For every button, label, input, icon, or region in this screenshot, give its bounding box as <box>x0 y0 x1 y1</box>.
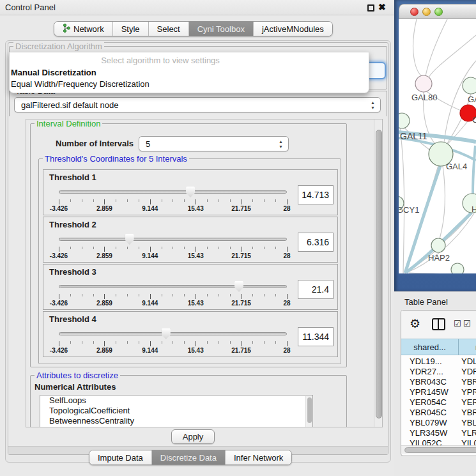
tab-label: Infer Network <box>234 453 283 463</box>
select-rows-icon[interactable]: ☑ <box>463 319 471 328</box>
node-label: GAL80 <box>411 93 437 102</box>
scrollbar-thumb[interactable] <box>404 447 476 453</box>
numerical-attributes-label: Numerical Attributes <box>35 382 116 392</box>
tab-style[interactable]: Style <box>113 22 149 36</box>
number-of-intervals-label: Number of Intervals <box>56 139 134 148</box>
threshold-value-field[interactable] <box>298 233 334 252</box>
popup-option-manual[interactable]: Manual Discretization <box>11 68 356 77</box>
algorithm-dropdown-popup: Select algorithm to view settings Manual… <box>9 52 369 93</box>
main-scrollbar-thumb[interactable] <box>376 130 382 418</box>
threshold-slider[interactable] <box>59 328 287 340</box>
list-item[interactable]: BetweennessCentrality <box>40 416 312 426</box>
table-row[interactable]: YBR043CYBR0 <box>401 377 476 387</box>
table-row[interactable]: YPR145WYPR1 <box>401 387 476 397</box>
list-item[interactable]: TopologicalCoefficient <box>40 406 312 416</box>
number-of-intervals-combo[interactable]: 5 ▲▼ <box>139 136 289 151</box>
slider-thumb[interactable] <box>234 281 243 292</box>
spinner-arrows-icon: ▲▼ <box>278 139 284 150</box>
select-columns-icon[interactable]: ☑ <box>454 319 461 328</box>
split-columns-icon[interactable] <box>432 318 445 330</box>
list-item[interactable]: SelfLoops <box>40 395 312 406</box>
threshold-value-field[interactable] <box>298 280 334 299</box>
popup-option-equal-width[interactable]: Equal Width/Frequency Discretization <box>11 79 356 89</box>
slider-track[interactable] <box>59 190 287 194</box>
network-canvas[interactable]: GAL80 GA GAL11 C GAL4 GCY1 H HAP2 <box>399 19 476 273</box>
node-label: H <box>472 204 476 214</box>
slider-ticks <box>59 341 288 346</box>
node-hap2[interactable] <box>431 238 445 252</box>
table-row[interactable]: YBL079WYBL0 <box>401 418 476 428</box>
close-traffic-light[interactable] <box>410 8 418 16</box>
network-graph[interactable]: GAL80 GA GAL11 C GAL4 GCY1 H HAP2 <box>399 19 476 273</box>
table-row[interactable]: YDR27...YDR2 <box>401 367 476 377</box>
table-row[interactable]: YER054CYER0 <box>401 397 476 408</box>
zoom-traffic-light[interactable] <box>434 8 443 16</box>
column-header-shared-name[interactable]: shared... <box>401 339 459 355</box>
slider-ticks <box>59 247 288 252</box>
column-header-name[interactable]: n <box>459 339 476 355</box>
tab-network[interactable]: Network <box>54 22 113 36</box>
tab-label: Cyni Toolbox <box>197 24 245 34</box>
slider-tick-labels: -3.426 2.859 9.144 15.43 21.715 28 <box>59 347 287 355</box>
table-data-combo[interactable]: galFiltered.sif default node ▲▼ <box>14 97 381 112</box>
threshold-slider[interactable] <box>59 234 287 245</box>
node-table: ⚙ ☑ ☑ shared... n YDL19...YDL1 YDR27...Y… <box>401 310 476 456</box>
slider-track[interactable] <box>59 332 287 335</box>
node-label: C <box>472 115 476 125</box>
group-title: Interval Definition <box>35 119 102 128</box>
tab-label: Discretize Data <box>160 453 217 463</box>
tab-impute-data[interactable]: Impute Data <box>89 450 152 464</box>
panel-title: Control Panel <box>5 3 56 12</box>
node-gal11[interactable] <box>399 113 410 128</box>
slider-track[interactable] <box>59 285 287 288</box>
network-window-titlebar[interactable] <box>399 4 476 19</box>
thresholds-group: Threshold's Coordinates for 5 Intervals … <box>38 158 341 364</box>
threshold-slider[interactable] <box>59 187 287 198</box>
tab-infer-network[interactable]: Infer Network <box>226 450 291 464</box>
spinner-arrows-icon: ▲▼ <box>370 100 376 111</box>
slider-thumb[interactable] <box>186 187 195 197</box>
threshold-label: Threshold 2 <box>49 220 96 229</box>
combo-value: galFiltered.sif default node <box>21 100 118 110</box>
tab-select[interactable]: Select <box>149 22 189 36</box>
threshold-label: Threshold 1 <box>49 173 96 182</box>
node-label: HAP2 <box>428 253 450 263</box>
gear-icon[interactable]: ⚙ <box>410 316 420 331</box>
main-scrollbar-track[interactable] <box>374 119 383 427</box>
group-title: Threshold's Coordinates for 5 Intervals <box>43 154 189 164</box>
table-header-row: shared... n <box>401 339 476 355</box>
table-toolbar: ⚙ ☑ ☑ <box>401 311 476 339</box>
threshold-panel-1: Threshold 1 -3.426 2.859 9.144 15.43 <box>43 169 338 215</box>
list-scrollbar[interactable] <box>305 396 312 427</box>
node-gal80[interactable] <box>415 75 432 92</box>
node-label: GAL11 <box>400 131 427 141</box>
node[interactable] <box>463 77 476 94</box>
slider-ticks <box>59 199 288 204</box>
threshold-value-field[interactable] <box>298 327 334 346</box>
group-title: Discretization Algorithm <box>13 42 104 51</box>
slider-thumb[interactable] <box>125 234 134 245</box>
table-row[interactable]: YLR345WYLR3 <box>401 428 476 438</box>
apply-button[interactable]: Apply <box>171 429 215 444</box>
tab-jactivemnodules[interactable]: jActiveMNodules <box>254 22 332 36</box>
scrollbar-thumb[interactable] <box>307 397 312 423</box>
table-row[interactable]: YDL19...YDL1 <box>401 357 476 367</box>
float-window-icon[interactable] <box>367 4 374 12</box>
close-icon[interactable]: ✖ <box>378 2 386 12</box>
table-row[interactable]: YBR045CYBR0 <box>401 408 476 418</box>
slider-ticks <box>59 294 288 299</box>
threshold-label: Threshold 4 <box>49 314 96 324</box>
node[interactable] <box>451 263 464 273</box>
table-hscrollbar[interactable] <box>401 445 476 454</box>
settings-scroll-viewport: Interval Definition Number of Intervals … <box>26 119 383 427</box>
control-panel: Control Panel ✖ Network Style Se <box>0 0 394 476</box>
minimize-traffic-light[interactable] <box>422 8 431 16</box>
slider-track[interactable] <box>59 238 287 241</box>
threshold-value-field[interactable] <box>298 185 334 204</box>
tab-discretize-data[interactable]: Discretize Data <box>152 450 226 464</box>
combo-value: 5 <box>146 139 150 149</box>
slider-tick-labels: -3.426 2.859 9.144 15.43 21.715 28 <box>59 205 287 213</box>
tab-cyni-toolbox[interactable]: Cyni Toolbox <box>189 22 254 36</box>
slider-thumb[interactable] <box>162 328 171 339</box>
threshold-slider[interactable] <box>59 281 287 293</box>
